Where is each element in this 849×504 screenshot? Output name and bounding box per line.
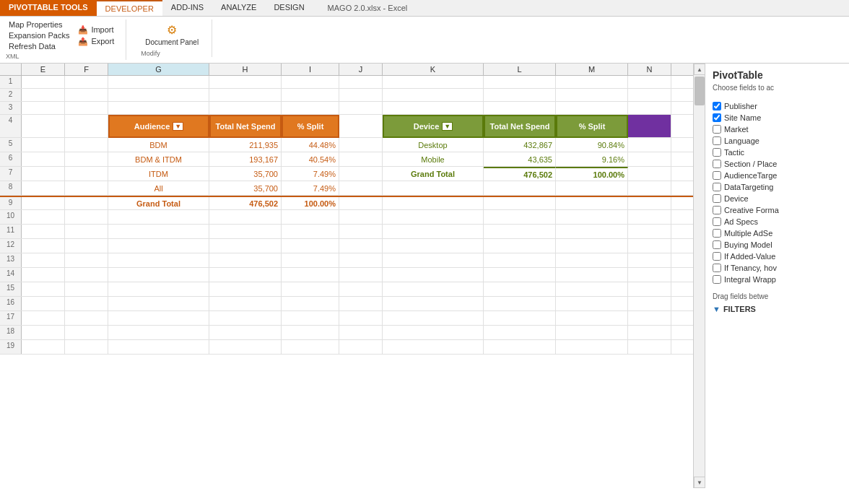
col-K[interactable]: K bbox=[383, 64, 484, 75]
pivot-field-audiencetarget-checkbox[interactable] bbox=[713, 171, 721, 180]
filters-label: FILTERS bbox=[723, 305, 756, 313]
audience-val-2[interactable]: BDM & ITDM bbox=[108, 152, 209, 166]
table-row: 16 bbox=[0, 297, 693, 311]
document-panel-icon: ⚙ bbox=[163, 21, 180, 38]
pivot-field-publisher-checkbox[interactable] bbox=[713, 102, 721, 110]
import-btn[interactable]: 📥 Import bbox=[75, 25, 117, 35]
scroll-down-btn[interactable]: ▼ bbox=[694, 477, 705, 488]
pivot-field-buyingmodel-checkbox[interactable] bbox=[713, 240, 721, 249]
pivot-field-sitename-checkbox[interactable] bbox=[713, 113, 721, 122]
device-grand-spend[interactable]: 476,502 bbox=[484, 167, 556, 181]
pivot-field-multipleadse-checkbox[interactable] bbox=[713, 229, 721, 238]
device-split-val-2[interactable]: 9.16% bbox=[556, 152, 628, 166]
spend-val-3[interactable]: 35,700 bbox=[209, 167, 282, 181]
col-L[interactable]: L bbox=[484, 64, 556, 75]
col-E[interactable]: E bbox=[22, 64, 65, 75]
ribbon: PIVOTTABLE TOOLS DEVELOPER ADD-INS ANALY… bbox=[0, 0, 849, 64]
pivot-field-publisher: Publisher bbox=[713, 100, 842, 112]
device-split-val-1[interactable]: 90.84% bbox=[556, 138, 628, 152]
scroll-up-btn[interactable]: ▲ bbox=[694, 64, 705, 75]
audience-val-3[interactable]: ITDM bbox=[108, 167, 209, 181]
tab-design[interactable]: DESIGN bbox=[265, 0, 313, 16]
device-grand-label[interactable]: Grand Total bbox=[383, 167, 484, 181]
device-val-2[interactable]: Mobile bbox=[383, 152, 484, 166]
pivot-field-market-checkbox[interactable] bbox=[713, 125, 721, 134]
scroll-thumb[interactable] bbox=[695, 77, 705, 105]
pivot-field-device-checkbox[interactable] bbox=[713, 194, 721, 203]
refresh-data-btn[interactable]: Refresh Data bbox=[6, 41, 72, 51]
col-J[interactable]: J bbox=[339, 64, 383, 75]
tab-analyze[interactable]: ANALYZE bbox=[212, 0, 265, 16]
export-btn[interactable]: 📤 Export bbox=[75, 36, 117, 47]
table-row: 17 bbox=[0, 311, 693, 326]
pivot-field-tenancy-checkbox[interactable] bbox=[713, 264, 721, 272]
col-G[interactable]: G bbox=[108, 64, 209, 75]
pivot-field-publisher-label: Publisher bbox=[724, 102, 757, 110]
split-val-1[interactable]: 44.48% bbox=[282, 138, 339, 152]
col-M[interactable]: M bbox=[556, 64, 628, 75]
col-F[interactable]: F bbox=[65, 64, 108, 75]
pivot-field-adspecs-checkbox[interactable] bbox=[713, 217, 721, 226]
tab-pivottable-tools[interactable]: PIVOTTABLE TOOLS bbox=[0, 0, 97, 16]
table-row: 13 bbox=[0, 253, 693, 268]
pct-split-label-audience: % Split bbox=[297, 122, 324, 131]
device-header[interactable]: Device ▼ bbox=[383, 115, 484, 138]
tab-add-ins[interactable]: ADD-INS bbox=[162, 0, 212, 16]
vertical-scrollbar[interactable]: ▲ ▼ bbox=[693, 64, 705, 488]
col-H[interactable]: H bbox=[209, 64, 282, 75]
pivot-field-section-checkbox[interactable] bbox=[713, 160, 721, 168]
pct-split-header-audience[interactable]: % Split bbox=[282, 115, 339, 138]
pct-split-label-device: % Split bbox=[579, 122, 606, 131]
pivot-field-language-checkbox[interactable] bbox=[713, 136, 721, 145]
spend-val-2[interactable]: 193,167 bbox=[209, 152, 282, 166]
device-grand-split[interactable]: 100.00% bbox=[556, 167, 628, 181]
pivot-field-addedvalue-checkbox[interactable] bbox=[713, 252, 721, 261]
spend-val-1[interactable]: 211,935 bbox=[209, 138, 282, 152]
audience-val-1[interactable]: BDM bbox=[108, 138, 209, 152]
table-row: 3 bbox=[0, 102, 693, 115]
pivot-drag-section: Drag fields betwe bbox=[705, 288, 849, 302]
pivot-field-language-label: Language bbox=[724, 136, 759, 145]
pivot-field-language: Language bbox=[713, 135, 842, 147]
split-val-3[interactable]: 7.49% bbox=[282, 167, 339, 181]
pivot-data-row-3: 7 ITDM 35,700 7.49% Grand Total 476,502 … bbox=[0, 167, 693, 181]
audience-grand-label[interactable]: Grand Total bbox=[108, 197, 209, 209]
pivot-field-tactic-checkbox[interactable] bbox=[713, 148, 721, 157]
audience-header[interactable]: Audience ▼ bbox=[108, 115, 209, 138]
col-I[interactable]: I bbox=[282, 64, 339, 75]
pivot-field-datatargeting-checkbox[interactable] bbox=[713, 183, 721, 191]
table-row: 10 bbox=[0, 210, 693, 225]
ribbon-content: Map Properties Expansion Packs Refresh D… bbox=[0, 17, 849, 63]
pivot-field-sitename-label: Site Name bbox=[724, 113, 761, 122]
device-val-1[interactable]: Desktop bbox=[383, 138, 484, 152]
pct-split-header-device[interactable]: % Split bbox=[556, 115, 628, 138]
pivot-field-creativeformat-checkbox[interactable] bbox=[713, 206, 721, 214]
device-filter-icon[interactable]: ▼ bbox=[442, 122, 453, 131]
device-spend-val-2[interactable]: 43,635 bbox=[484, 152, 556, 166]
col-N[interactable]: N bbox=[628, 64, 671, 75]
expansion-packs-btn[interactable]: Expansion Packs bbox=[6, 30, 72, 40]
audience-filter-icon[interactable]: ▼ bbox=[173, 122, 183, 131]
map-properties-btn[interactable]: Map Properties bbox=[6, 19, 72, 30]
expansion-packs-label: Expansion Packs bbox=[9, 31, 69, 40]
pivot-field-tenancy: If Tenancy, hov bbox=[713, 262, 842, 274]
scroll-track[interactable] bbox=[694, 75, 705, 477]
grid-body: 1 2 bbox=[0, 76, 693, 355]
pivot-grand-total-row: 9 Grand Total 476,502 100.00% bbox=[0, 196, 693, 210]
document-panel-btn[interactable]: ⚙ Document Panel bbox=[141, 19, 203, 48]
pivot-field-datatargeting-label: DataTargeting bbox=[724, 183, 774, 191]
total-net-spend-header-audience[interactable]: Total Net Spend bbox=[209, 115, 282, 138]
pivot-field-creativeformat-label: Creative Forma bbox=[724, 206, 779, 214]
split-val-4[interactable]: 7.49% bbox=[282, 181, 339, 195]
tab-developer[interactable]: DEVELOPER bbox=[97, 0, 162, 16]
audience-grand-spend[interactable]: 476,502 bbox=[209, 197, 282, 209]
audience-grand-split[interactable]: 100.00% bbox=[282, 197, 339, 209]
spend-val-4[interactable]: 35,700 bbox=[209, 181, 282, 195]
split-val-2[interactable]: 40.54% bbox=[282, 152, 339, 166]
pivot-data-row-1: 5 BDM 211,935 44.48% Desktop 432,867 90.… bbox=[0, 138, 693, 152]
audience-val-4[interactable]: All bbox=[108, 181, 209, 195]
device-spend-val-1[interactable]: 432,867 bbox=[484, 138, 556, 152]
total-net-spend-header-device[interactable]: Total Net Spend bbox=[484, 115, 556, 138]
pivot-field-market-label: Market bbox=[724, 125, 749, 134]
pivot-field-integralwrapp-checkbox[interactable] bbox=[713, 275, 721, 284]
